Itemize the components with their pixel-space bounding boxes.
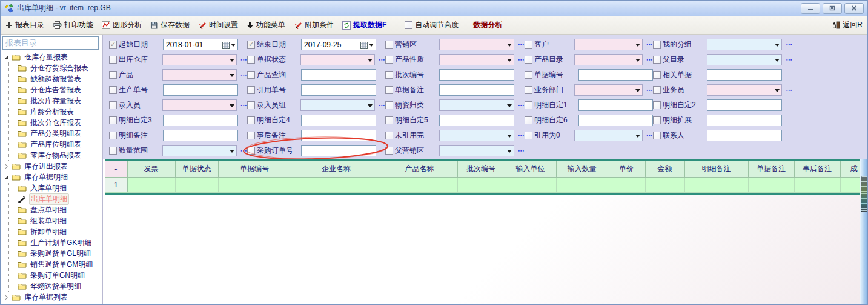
column-header[interactable]: 明细备注 — [684, 161, 748, 177]
filter-checkbox[interactable] — [247, 132, 255, 139]
save-data-button[interactable]: 保存数据 — [150, 20, 190, 30]
scrollbar-thumb[interactable] — [861, 176, 868, 212]
expand-icon[interactable] — [4, 295, 9, 300]
text-input[interactable] — [707, 69, 782, 81]
filter-checkbox[interactable] — [247, 101, 255, 109]
text-input[interactable] — [439, 69, 514, 81]
filter-checkbox[interactable] — [525, 86, 532, 94]
grid-cell[interactable] — [556, 177, 608, 192]
tree-item[interactable]: 零库存物品报表 — [9, 150, 102, 161]
auto-height-checkbox[interactable] — [405, 21, 412, 29]
tree-item[interactable]: 库龄分析报表 — [9, 106, 102, 117]
expand-icon[interactable] — [4, 164, 9, 169]
tree-item[interactable]: 销售退货单GM明细 — [9, 259, 102, 270]
row-number-cell[interactable]: 1 — [105, 177, 127, 192]
more-options-button[interactable]: ▪▪▪ — [647, 42, 653, 47]
filter-checkbox[interactable] — [525, 116, 532, 124]
tree-item[interactable]: 分仓存货综合报表 — [9, 62, 102, 73]
column-header[interactable]: 金额 — [645, 161, 684, 177]
text-input[interactable] — [301, 145, 376, 156]
grid-cell[interactable] — [794, 177, 840, 192]
tree-item[interactable]: 采购退货单GL明细 — [9, 248, 102, 259]
text-input[interactable] — [439, 115, 514, 126]
filter-checkbox[interactable] — [525, 41, 532, 49]
tree-item[interactable]: 出库单明细 — [9, 193, 102, 204]
tree-item[interactable]: 分仓库告警报表 — [9, 84, 102, 95]
tree-item[interactable]: 组装单明细 — [9, 215, 102, 226]
more-options-button[interactable]: ▪▪▪ — [241, 73, 247, 77]
more-options-button[interactable]: ▪▪▪ — [647, 88, 653, 92]
data-analysis-link[interactable]: 数据分析 — [473, 20, 502, 30]
filter-checkbox[interactable] — [247, 56, 255, 64]
text-input[interactable] — [707, 99, 782, 111]
filter-checkbox[interactable] — [385, 86, 393, 94]
column-header[interactable]: 产品名称 — [382, 161, 457, 177]
grid-cell[interactable] — [684, 177, 748, 192]
more-options-button[interactable]: ▪▪▪ — [241, 58, 247, 62]
more-options-button[interactable]: ▪▪▪ — [518, 103, 525, 107]
more-options-button[interactable]: ▪▪▪ — [647, 58, 653, 62]
column-header[interactable]: 单据编号 — [218, 161, 291, 177]
more-options-button[interactable]: ▪▪▪ — [647, 133, 653, 138]
dropdown-select[interactable] — [162, 99, 236, 111]
text-input[interactable] — [301, 84, 376, 96]
collapse-icon[interactable] — [4, 55, 9, 60]
function-menu-button[interactable]: 功能菜单 — [247, 20, 285, 30]
filter-checkbox[interactable] — [653, 116, 661, 124]
restore-button[interactable] — [823, 3, 842, 14]
dropdown-select[interactable] — [300, 54, 374, 65]
filter-checkbox[interactable]: ✓ — [109, 41, 117, 49]
filter-checkbox[interactable] — [385, 56, 393, 64]
tree-item[interactable]: 拆卸单明细 — [9, 226, 102, 237]
grid-cell[interactable] — [127, 177, 175, 192]
filter-checkbox[interactable] — [385, 116, 393, 124]
text-input[interactable] — [578, 69, 653, 81]
more-options-button[interactable]: ▪▪▪ — [379, 103, 385, 107]
dropdown-select[interactable] — [162, 69, 236, 81]
filter-checkbox[interactable] — [385, 147, 393, 155]
dropdown-select[interactable] — [439, 39, 514, 50]
report-directory-button[interactable]: 报表目录 — [5, 20, 44, 30]
grid-cell[interactable] — [748, 177, 794, 192]
back-button[interactable]: 返回R — [832, 20, 863, 30]
grid-cell[interactable] — [218, 177, 291, 192]
filter-checkbox[interactable] — [247, 116, 255, 124]
dropdown-select[interactable] — [300, 99, 374, 111]
report-directory-search-input[interactable] — [2, 36, 99, 50]
filter-checkbox[interactable] — [653, 41, 661, 49]
text-input[interactable] — [578, 115, 653, 126]
collapse-icon[interactable] — [4, 175, 9, 180]
dropdown-select[interactable] — [439, 54, 514, 65]
column-header[interactable]: 成 — [840, 161, 860, 177]
column-header[interactable]: 单价 — [608, 161, 645, 177]
tree-item[interactable]: 批次库存量报表 — [9, 95, 102, 106]
filter-checkbox[interactable] — [385, 132, 393, 139]
grid-cell[interactable] — [382, 177, 457, 192]
filter-checkbox[interactable] — [653, 132, 661, 139]
grid-cell[interactable] — [608, 177, 645, 192]
grid-cell[interactable] — [457, 177, 505, 192]
dropdown-select[interactable] — [162, 145, 236, 156]
tree-item[interactable]: 盘点单明细 — [9, 204, 102, 215]
time-settings-button[interactable]: 时间设置 — [198, 20, 238, 30]
grid-cell[interactable] — [840, 177, 860, 192]
text-input[interactable] — [439, 84, 514, 96]
dropdown-select[interactable] — [574, 130, 642, 141]
grid-cell[interactable] — [291, 177, 382, 192]
grid-cell[interactable] — [645, 177, 684, 192]
filter-checkbox[interactable] — [525, 71, 532, 79]
tree-item[interactable]: 缺额超额报警表 — [9, 73, 102, 84]
more-options-button[interactable]: ▪▪▪ — [518, 133, 525, 138]
filter-checkbox[interactable] — [109, 147, 117, 155]
more-options-button[interactable]: ▪▪▪ — [518, 42, 525, 47]
filter-checkbox[interactable] — [525, 132, 532, 139]
dropdown-select[interactable] — [574, 54, 642, 65]
text-input[interactable] — [301, 115, 376, 126]
filter-checkbox[interactable]: ✓ — [247, 41, 255, 49]
column-header[interactable]: 输入数量 — [556, 161, 608, 177]
dropdown-select[interactable] — [707, 39, 782, 50]
filter-checkbox[interactable] — [109, 132, 117, 139]
more-options-button[interactable]: ▪▪▪ — [786, 88, 792, 92]
grid-cell[interactable] — [505, 177, 556, 192]
text-input[interactable] — [707, 115, 782, 126]
